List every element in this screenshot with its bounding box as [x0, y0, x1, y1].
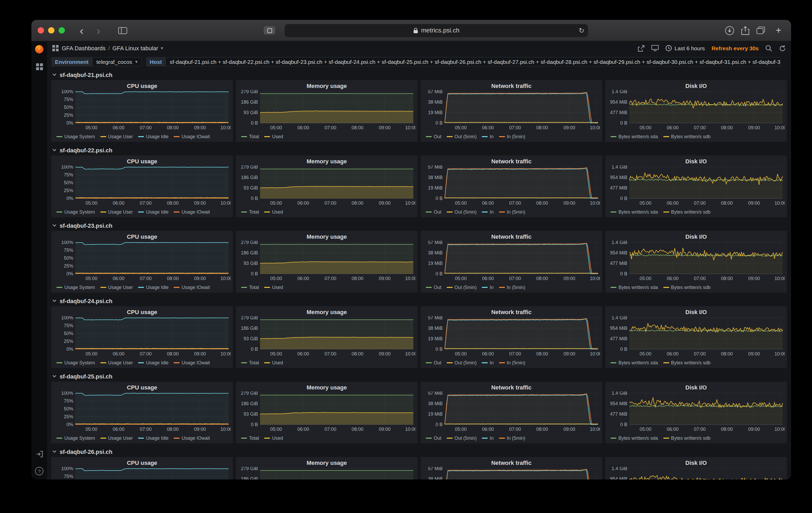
panel-title[interactable]: Disk I/O: [607, 383, 785, 392]
legend-item[interactable]: In (5min): [499, 134, 525, 139]
panel-title[interactable]: Disk I/O: [607, 308, 785, 316]
panel-title[interactable]: Network traffic: [423, 383, 600, 392]
panel-title[interactable]: Memory usage: [238, 459, 415, 467]
legend-item[interactable]: Usage User: [100, 360, 133, 365]
new-tab-button[interactable]: +: [772, 24, 785, 37]
legend-item[interactable]: In: [482, 134, 494, 139]
breadcrumb-root[interactable]: GFA Dashboards: [62, 45, 106, 51]
legend-item[interactable]: In (5min): [499, 360, 525, 365]
legend-item[interactable]: In (5min): [499, 435, 525, 441]
close-button[interactable]: [38, 27, 44, 33]
breadcrumb-current[interactable]: GFA Linux tabular: [113, 45, 158, 51]
panel-title[interactable]: CPU usage: [53, 459, 231, 467]
legend-item[interactable]: In: [482, 360, 494, 365]
panel-title[interactable]: Network traffic: [423, 82, 600, 90]
legend-item[interactable]: Used: [264, 435, 283, 441]
legend-item[interactable]: Out: [426, 285, 441, 290]
time-range-label[interactable]: Last 6 hours: [675, 45, 705, 51]
minimize-button[interactable]: [48, 27, 54, 33]
legend-item[interactable]: Usage System: [57, 435, 95, 441]
legend-item[interactable]: Out (5min): [446, 134, 476, 139]
panel-title[interactable]: Network traffic: [423, 459, 600, 467]
sign-in-icon[interactable]: [36, 451, 42, 457]
legend-item[interactable]: Total: [241, 209, 259, 215]
refresh-interval-label[interactable]: Refresh every 30s: [712, 45, 759, 51]
help-icon[interactable]: ?: [35, 467, 44, 475]
legend-item[interactable]: Usage System: [57, 285, 95, 290]
legend-item[interactable]: Out: [426, 209, 441, 215]
legend-item[interactable]: Bytes written/s sda: [611, 360, 658, 365]
share-dashboard-icon[interactable]: [638, 45, 645, 52]
legend-item[interactable]: Out: [426, 435, 441, 441]
chevron-down-icon[interactable]: ▾: [161, 46, 163, 51]
panel-title[interactable]: Disk I/O: [607, 157, 785, 165]
row-toggle[interactable]: sf-daqbuf-22.psi.ch: [51, 145, 787, 155]
reload-icon[interactable]: ↻: [579, 26, 584, 34]
legend-item[interactable]: Usage IOwait: [174, 360, 210, 365]
legend-item[interactable]: In (5min): [499, 285, 525, 290]
row-toggle[interactable]: sf-daqbuf-24.psi.ch: [51, 296, 787, 306]
forward-button[interactable]: ›: [92, 24, 105, 37]
legend-item[interactable]: Usage IOwait: [174, 209, 210, 215]
row-toggle[interactable]: sf-daqbuf-21.psi.ch: [51, 69, 787, 80]
legend-item[interactable]: Used: [264, 209, 283, 215]
legend-item[interactable]: Used: [264, 285, 283, 290]
panel-title[interactable]: Network traffic: [423, 157, 600, 165]
sidebar-item-dashboards[interactable]: [36, 63, 42, 70]
legend-item[interactable]: Usage User: [100, 435, 133, 441]
legend-item[interactable]: Bytes written/s sdb: [663, 360, 710, 365]
row-toggle[interactable]: sf-daqbuf-23.psi.ch: [51, 220, 787, 231]
legend-item[interactable]: In: [482, 285, 494, 290]
legend-item[interactable]: Total: [241, 435, 259, 441]
legend-item[interactable]: Bytes written/s sdb: [663, 134, 710, 139]
legend-item[interactable]: Out: [426, 134, 441, 139]
panel-title[interactable]: CPU usage: [53, 82, 231, 90]
refresh-icon[interactable]: [779, 45, 786, 52]
panel-title[interactable]: Disk I/O: [607, 459, 785, 467]
legend-item[interactable]: Used: [264, 134, 283, 139]
extension-icon[interactable]: [264, 26, 275, 34]
back-button[interactable]: ‹: [75, 24, 88, 37]
legend-item[interactable]: Bytes written/s sda: [611, 285, 658, 290]
downloads-icon[interactable]: [725, 26, 734, 35]
search-icon[interactable]: [765, 45, 772, 52]
panel-title[interactable]: Disk I/O: [607, 232, 785, 241]
panel-title[interactable]: Memory usage: [238, 82, 415, 90]
legend-item[interactable]: Out (5min): [446, 285, 476, 290]
zoom-button[interactable]: [59, 27, 65, 33]
grafana-logo[interactable]: [34, 45, 44, 54]
legend-item[interactable]: Bytes written/s sdb: [663, 435, 710, 441]
panel-title[interactable]: Memory usage: [238, 157, 415, 165]
panel-title[interactable]: CPU usage: [53, 232, 231, 241]
panel-title[interactable]: Network traffic: [423, 308, 600, 316]
legend-item[interactable]: Bytes written/s sdb: [663, 285, 710, 290]
row-toggle[interactable]: sf-daqbuf-25.psi.ch: [51, 371, 787, 381]
legend-item[interactable]: Usage IOwait: [174, 285, 210, 290]
legend-item[interactable]: Usage Idle: [138, 435, 169, 441]
host-filter-value[interactable]: sf-daqbuf-21.psi.ch + sf-daqbuf-22.psi.c…: [166, 57, 781, 66]
legend-item[interactable]: Total: [241, 360, 259, 365]
legend-item[interactable]: In: [482, 435, 494, 441]
legend-item[interactable]: Bytes written/s sda: [611, 209, 658, 215]
legend-item[interactable]: Usage System: [57, 134, 95, 139]
panel-title[interactable]: Memory usage: [238, 308, 415, 316]
legend-item[interactable]: Total: [241, 285, 259, 290]
legend-item[interactable]: In: [482, 209, 494, 215]
tv-mode-icon[interactable]: [651, 45, 659, 51]
legend-item[interactable]: In (5min): [499, 209, 525, 215]
legend-item[interactable]: Usage System: [57, 209, 95, 215]
legend-item[interactable]: Out (5min): [446, 435, 476, 441]
legend-item[interactable]: Out (5min): [446, 209, 476, 215]
legend-item[interactable]: Total: [241, 134, 259, 139]
legend-item[interactable]: Usage User: [100, 134, 133, 139]
legend-item[interactable]: Usage User: [100, 209, 133, 215]
panel-title[interactable]: CPU usage: [53, 157, 231, 165]
panel-title[interactable]: Memory usage: [238, 383, 415, 392]
legend-item[interactable]: Usage IOwait: [174, 435, 210, 441]
address-bar[interactable]: metrics.psi.ch ↻: [285, 24, 588, 37]
legend-item[interactable]: Bytes written/s sdb: [663, 209, 710, 215]
panel-title[interactable]: Memory usage: [238, 232, 415, 241]
panel-title[interactable]: CPU usage: [53, 383, 231, 392]
legend-item[interactable]: Usage System: [57, 360, 95, 365]
legend-item[interactable]: Usage IOwait: [174, 134, 210, 139]
